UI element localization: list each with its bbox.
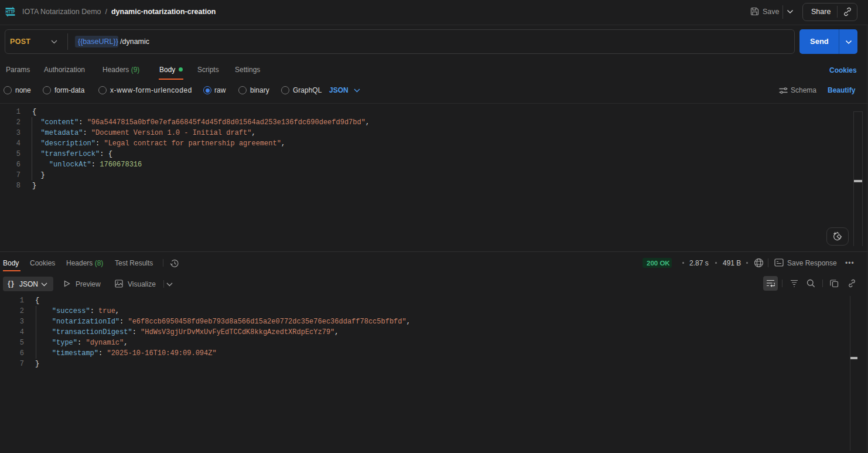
svg-text:HTTP: HTTP xyxy=(6,9,15,15)
